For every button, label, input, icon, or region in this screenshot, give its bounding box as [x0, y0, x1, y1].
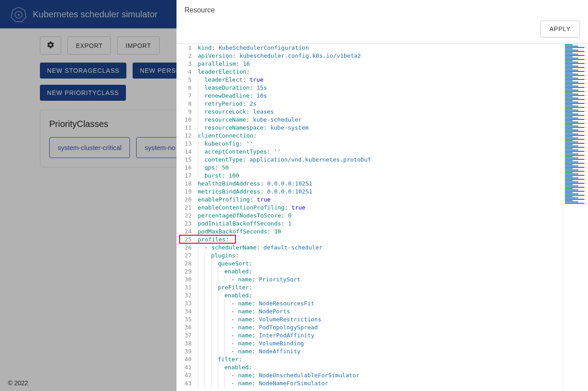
line-content: podInitialBackoffSeconds: 1 — [198, 220, 563, 228]
apply-button[interactable]: APPLY — [540, 20, 580, 37]
code-line[interactable]: 37- name: InterPodAffinity — [176, 332, 563, 340]
line-number: 8 — [176, 100, 198, 108]
line-number: 19 — [176, 188, 198, 196]
code-line[interactable]: 6leaseDuration: 15s — [176, 84, 563, 92]
code-line[interactable]: 17burst: 100 — [176, 172, 563, 180]
code-line[interactable]: 39- name: NodeAffinity — [176, 348, 563, 355]
code-line[interactable]: 21enableContentionProfiling: true — [176, 204, 563, 212]
line-content: acceptContentTypes: '' — [198, 148, 563, 156]
line-number: 3 — [176, 60, 198, 68]
code-line[interactable]: 15contentType: application/vnd.kubernete… — [176, 156, 563, 164]
line-content: queueSort: — [198, 260, 563, 268]
line-content: enabled: — [198, 268, 563, 276]
line-content: - name: PodTopologySpread — [198, 324, 563, 332]
code-line[interactable]: 32enabled: — [176, 292, 563, 300]
line-content: contentType: application/vnd.kubernetes.… — [198, 156, 563, 164]
code-line[interactable]: 5leaderElect: true — [176, 76, 563, 84]
line-content: - name: NodeUnschedulableForSimulator — [198, 371, 563, 379]
line-number: 27 — [176, 252, 198, 260]
code-line[interactable]: 28queueSort: — [176, 260, 563, 268]
line-content: kind: KubeSchedulerConfiguration — [198, 44, 563, 52]
line-content: podMaxBackoffSeconds: 10 — [198, 228, 563, 236]
line-content: kubeconfig: '' — [198, 140, 563, 148]
code-line[interactable]: 1kind: KubeSchedulerConfiguration — [176, 44, 563, 52]
code-line[interactable]: 16qps: 50 — [176, 164, 563, 172]
line-number: 36 — [176, 324, 198, 332]
code-line[interactable]: 9resourceLock: leases — [176, 108, 563, 116]
line-number: 22 — [176, 212, 198, 220]
line-number: 12 — [176, 132, 198, 140]
code-line[interactable]: 34- name: NodePorts — [176, 308, 563, 316]
line-number: 28 — [176, 260, 198, 268]
code-line[interactable]: 26- schedulerName: default-scheduler — [176, 244, 563, 252]
line-content: leaderElect: true — [198, 76, 563, 84]
code-line[interactable]: 11resourceNamespace: kube-system — [176, 124, 563, 132]
code-line[interactable]: 18healthzBindAddress: 0.0.0.0:10251 — [176, 180, 563, 188]
line-number: 7 — [176, 92, 198, 100]
code-line[interactable]: 7renewDeadline: 10s — [176, 92, 563, 100]
line-number: 43 — [176, 379, 198, 387]
line-content: leaseDuration: 15s — [198, 84, 563, 92]
line-number: 5 — [176, 76, 198, 84]
line-content: enabled: — [198, 292, 563, 300]
code-line[interactable]: 38- name: VolumeBinding — [176, 340, 563, 348]
code-editor[interactable]: 1kind: KubeSchedulerConfiguration2apiVer… — [176, 44, 563, 391]
line-number: 13 — [176, 140, 198, 148]
code-line[interactable]: 42- name: NodeUnschedulableForSimulator — [176, 371, 563, 379]
code-line[interactable]: 19metricsBindAddress: 0.0.0.0:10251 — [176, 188, 563, 196]
line-number: 11 — [176, 124, 198, 132]
code-line[interactable]: 33- name: NodeResourcesFit — [176, 300, 563, 308]
code-line[interactable]: 29enabled: — [176, 268, 563, 276]
code-line[interactable]: 10resourceName: kube-scheduler — [176, 116, 563, 124]
line-number: 9 — [176, 108, 198, 116]
line-content: - name: InterPodAffinity — [198, 332, 563, 340]
line-number: 16 — [176, 164, 198, 172]
code-line[interactable]: 25profiles: — [176, 236, 563, 244]
line-content: - name: NodeNameForSimulator — [198, 379, 563, 387]
line-content: plugins: — [198, 252, 563, 260]
line-content: - name: PrioritySort — [198, 276, 563, 284]
code-line[interactable]: 13kubeconfig: '' — [176, 140, 563, 148]
code-line[interactable]: 22percentageOfNodesToScore: 0 — [176, 212, 563, 220]
line-content: - name: NodeResourcesFit — [198, 300, 563, 308]
code-line[interactable]: 43- name: NodeNameForSimulator — [176, 379, 563, 387]
code-line[interactable]: 23podInitialBackoffSeconds: 1 — [176, 220, 563, 228]
line-number: 6 — [176, 84, 198, 92]
line-number: 32 — [176, 292, 198, 300]
line-content: resourceName: kube-scheduler — [198, 116, 563, 124]
code-line[interactable]: 14acceptContentTypes: '' — [176, 148, 563, 156]
code-line[interactable]: 2apiVersion: kubescheduler.config.k8s.io… — [176, 52, 563, 60]
line-number: 39 — [176, 348, 198, 355]
code-line[interactable]: 36- name: PodTopologySpread — [176, 324, 563, 332]
line-number: 41 — [176, 363, 198, 371]
line-number: 33 — [176, 300, 198, 308]
line-number: 10 — [176, 116, 198, 124]
line-content: - name: VolumeBinding — [198, 340, 563, 348]
line-number: 29 — [176, 268, 198, 276]
line-number: 15 — [176, 156, 198, 164]
line-number: 4 — [176, 68, 198, 76]
code-line[interactable]: 41enabled: — [176, 363, 563, 371]
modal-header: Resource — [176, 0, 588, 14]
code-line[interactable]: 4leaderElection: — [176, 68, 563, 76]
line-content: qps: 50 — [198, 164, 563, 172]
line-content: healthzBindAddress: 0.0.0.0:10251 — [198, 180, 563, 188]
editor-wrap: 1kind: KubeSchedulerConfiguration2apiVer… — [176, 44, 588, 391]
code-line[interactable]: 8retryPeriod: 2s — [176, 100, 563, 108]
code-line[interactable]: 35- name: VolumeRestrictions — [176, 316, 563, 324]
line-content: metricsBindAddress: 0.0.0.0:10251 — [198, 188, 563, 196]
code-line[interactable]: 20enableProfiling: true — [176, 196, 563, 204]
line-number: 25 — [176, 236, 198, 244]
code-line[interactable]: 30- name: PrioritySort — [176, 276, 563, 284]
line-number: 31 — [176, 284, 198, 292]
line-number: 21 — [176, 204, 198, 212]
line-content: retryPeriod: 2s — [198, 100, 563, 108]
code-line[interactable]: 31preFilter: — [176, 284, 563, 292]
code-line[interactable]: 24podMaxBackoffSeconds: 10 — [176, 228, 563, 236]
line-number: 34 — [176, 308, 198, 316]
code-line[interactable]: 27plugins: — [176, 252, 563, 260]
code-line[interactable]: 12clientConnection: — [176, 132, 563, 140]
code-line[interactable]: 40filter: — [176, 355, 563, 363]
minimap[interactable] — [563, 44, 588, 391]
code-line[interactable]: 3parallelism: 16 — [176, 60, 563, 68]
